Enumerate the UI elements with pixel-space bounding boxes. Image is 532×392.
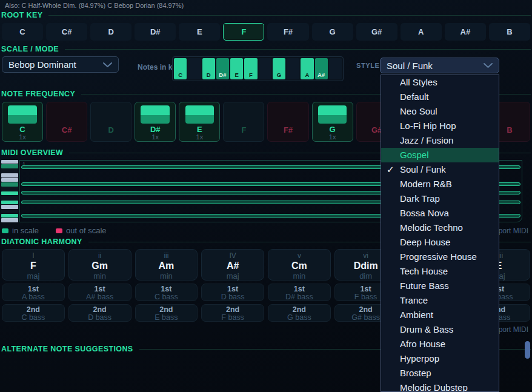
mini-piano-keyboard: [1, 160, 18, 222]
style-option-drum-and-bass[interactable]: Drum & Bass: [381, 322, 499, 337]
root-key-b[interactable]: B: [489, 23, 530, 41]
style-option-afro-house[interactable]: Afro House: [381, 337, 499, 351]
note-freq-card-f-sharp[interactable]: F#: [267, 102, 308, 142]
section-title: MIDI OVERVIEW: [1, 148, 63, 157]
root-key-a-sharp[interactable]: A#: [445, 23, 486, 41]
checkmark-icon: ✓: [387, 162, 394, 177]
style-option-dark-trap[interactable]: Dark Trap: [381, 191, 499, 206]
inversion-2nd-i[interactable]: 2nd C bass: [2, 304, 65, 322]
style-dropdown-panel: All Styles Default Neo Soul Lo-Fi Hip Ho…: [381, 75, 499, 392]
out-of-scale-swatch: [56, 228, 62, 233]
style-option-melodic-techno[interactable]: Melodic Techno: [381, 221, 499, 235]
chord-card-iv[interactable]: IV A# maj: [201, 249, 264, 281]
piano-key-f-sharp: [259, 58, 271, 79]
scrollbar-thumb[interactable]: [525, 341, 530, 359]
style-option-deep-house[interactable]: Deep House: [381, 235, 499, 250]
section-title: ALTERNATE NOTE SUGGESTIONS: [1, 345, 133, 353]
note-freq-card-f[interactable]: F: [223, 102, 264, 142]
in-scale-label: in scale: [12, 226, 39, 235]
note-freq-card-g[interactable]: G 1x: [312, 102, 353, 142]
note-freq-card-c-sharp[interactable]: C#: [46, 102, 87, 142]
piano-key-b: [329, 58, 342, 79]
chord-card-v[interactable]: v Cm min: [268, 249, 331, 281]
style-option-default[interactable]: Default: [381, 90, 499, 104]
frequency-meter: [318, 105, 347, 124]
root-key-f-selected[interactable]: F: [223, 23, 264, 41]
style-option-modern-rnb[interactable]: Modern R&B: [381, 177, 499, 191]
inversion-1st-i[interactable]: 1st A bass: [2, 284, 65, 301]
note-freq-card-d-sharp[interactable]: D# 1x: [135, 102, 176, 142]
style-option-soul-funk-checked[interactable]: ✓Soul / Funk: [381, 162, 499, 177]
inversion-1st-ii[interactable]: 1st A# bass: [68, 284, 131, 301]
inversion-1st-iv[interactable]: 1st D bass: [201, 284, 264, 301]
root-key-d[interactable]: D: [90, 23, 131, 41]
inversion-2nd-v[interactable]: 2nd G bass: [268, 304, 331, 322]
note-freq-card-c[interactable]: C 1x: [2, 102, 43, 142]
piano-key-c: C: [174, 58, 187, 79]
chord-card-iii[interactable]: iii Am min: [135, 249, 198, 281]
root-key-f-sharp[interactable]: F#: [267, 23, 308, 41]
piano-key-a: A: [301, 58, 313, 79]
frequency-meter: [8, 105, 37, 124]
chevron-down-icon: [484, 63, 493, 68]
root-key-c-sharp[interactable]: C#: [46, 23, 87, 41]
style-option-neo-soul[interactable]: Neo Soul: [381, 104, 499, 119]
root-key-e[interactable]: E: [179, 23, 220, 41]
inversion-2nd-iv[interactable]: 2nd F bass: [201, 304, 264, 322]
style-option-hyperpop[interactable]: Hyperpop: [381, 351, 499, 366]
style-option-jazz-fusion[interactable]: Jazz / Fusion: [381, 133, 499, 148]
style-option-bossa-nova[interactable]: Bossa Nova: [381, 206, 499, 221]
section-scale-mode: SCALE / MODE: [0, 44, 532, 54]
root-key-a[interactable]: A: [401, 23, 442, 41]
style-option-progressive-house[interactable]: Progressive House: [381, 250, 499, 264]
style-option-all-styles[interactable]: All Styles: [381, 75, 499, 90]
style-option-trance[interactable]: Trance: [381, 293, 499, 308]
piano-key-e: E: [230, 58, 243, 79]
piano-key-a-sharp: A#: [315, 58, 328, 79]
style-dropdown[interactable]: Soul / Funk: [380, 58, 499, 73]
inversion-2nd-iii[interactable]: 2nd E bass: [135, 304, 198, 322]
scale-mode-value: Bebop Dominant: [8, 59, 76, 70]
style-value: Soul / Funk: [387, 61, 433, 71]
section-title: NOTE FREQUENCY: [1, 90, 75, 98]
notes-in-key-piano: C D D# E F G A A#: [172, 56, 344, 81]
frequency-meter: [141, 105, 170, 124]
chevron-down-icon: [103, 62, 112, 67]
inversion-1st-iii[interactable]: 1st C bass: [135, 284, 198, 301]
style-option-gospel-highlighted[interactable]: Gospel: [381, 148, 499, 162]
inversion-1st-v[interactable]: 1st D# bass: [268, 284, 331, 301]
chord-card-ii[interactable]: ii Gm min: [68, 249, 131, 281]
style-label: STYLE: [356, 62, 379, 69]
piano-key-g-sharp: [287, 58, 299, 79]
style-option-lo-fi-hip-hop[interactable]: Lo-Fi Hip Hop: [381, 119, 499, 133]
piano-key-c-sharp: [188, 58, 201, 79]
also-scale-suggestions: Also: C Half-Whole Dim. (84.97%) C Bebop…: [0, 0, 532, 10]
style-option-melodic-dubstep[interactable]: Melodic Dubstep: [381, 380, 499, 392]
style-option-brostep[interactable]: Brostep: [381, 366, 499, 380]
frequency-meter: [185, 105, 214, 124]
chord-card-i[interactable]: I F maj: [2, 249, 65, 281]
section-title: DIATONIC HARMONY: [1, 238, 82, 246]
piano-key-d: D: [202, 58, 215, 79]
section-root-key: ROOT KEY: [0, 10, 532, 20]
in-scale-swatch: [2, 228, 8, 233]
root-key-g[interactable]: G: [312, 23, 353, 41]
root-key-row: C C# D D# E F F# G G# A A# B: [0, 20, 532, 44]
piano-key-f: F: [244, 58, 257, 79]
piano-key-d-sharp: D#: [216, 58, 229, 79]
note-freq-card-d[interactable]: D: [90, 102, 131, 142]
root-key-d-sharp[interactable]: D#: [135, 23, 176, 41]
section-title: ROOT KEY: [1, 11, 42, 19]
root-key-g-sharp[interactable]: G#: [356, 23, 397, 41]
scale-mode-dropdown[interactable]: Bebop Dominant: [2, 56, 119, 73]
inversion-2nd-ii[interactable]: 2nd D bass: [68, 304, 131, 322]
root-key-c[interactable]: C: [2, 23, 43, 41]
style-option-tech-house[interactable]: Tech House: [381, 264, 499, 279]
section-title: SCALE / MODE: [1, 45, 59, 53]
style-option-ambient[interactable]: Ambient: [381, 308, 499, 322]
note-freq-card-e[interactable]: E 1x: [179, 102, 220, 142]
piano-key-g: G: [273, 58, 285, 79]
out-of-scale-label: out of scale: [66, 226, 107, 235]
style-option-future-bass[interactable]: Future Bass: [381, 279, 499, 293]
